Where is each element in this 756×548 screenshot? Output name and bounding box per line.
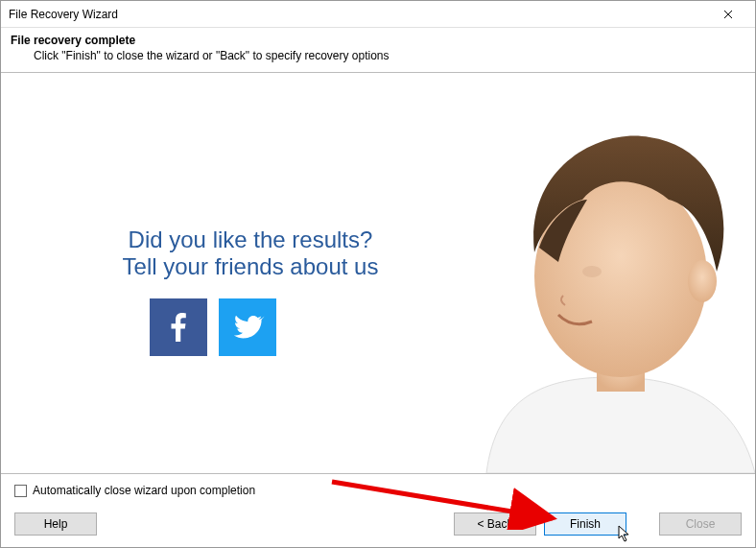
- facebook-share-button[interactable]: [150, 298, 207, 356]
- close-wizard-button: Close: [659, 512, 742, 536]
- header-subtitle: Click "Finish" to close the wizard or "B…: [34, 49, 745, 62]
- close-icon: [723, 10, 733, 19]
- nav-buttons: < Back Finish Close: [454, 512, 742, 536]
- back-button[interactable]: < Back: [454, 512, 536, 536]
- twitter-share-button[interactable]: [219, 298, 276, 356]
- titlebar: File Recovery Wizard: [1, 1, 755, 28]
- svg-point-3: [582, 266, 602, 277]
- finish-button[interactable]: Finish: [544, 512, 626, 536]
- wizard-header: File recovery complete Click "Finish" to…: [1, 28, 755, 73]
- facebook-icon: [161, 310, 196, 345]
- promo-text-block: Did you like the results? Tell your frie…: [97, 226, 404, 280]
- promo-line-2: Tell your friends about us: [97, 253, 404, 280]
- wizard-content: Did you like the results? Tell your frie…: [1, 73, 755, 473]
- svg-point-2: [688, 260, 717, 302]
- help-button[interactable]: Help: [14, 512, 97, 536]
- close-button[interactable]: [709, 1, 747, 28]
- button-bar: Help < Back Finish Close: [1, 505, 755, 547]
- options-bar: Automatically close wizard upon completi…: [1, 473, 755, 505]
- person-illustration: [429, 108, 755, 473]
- twitter-icon: [230, 310, 265, 345]
- window-title: File Recovery Wizard: [9, 8, 118, 21]
- auto-close-checkbox[interactable]: [14, 485, 27, 497]
- auto-close-label: Automatically close wizard upon completi…: [33, 484, 255, 497]
- header-title: File recovery complete: [11, 34, 745, 47]
- promo-line-1: Did you like the results?: [97, 226, 404, 253]
- social-buttons-row: [150, 298, 276, 356]
- wizard-window: File Recovery Wizard File recovery compl…: [0, 0, 756, 548]
